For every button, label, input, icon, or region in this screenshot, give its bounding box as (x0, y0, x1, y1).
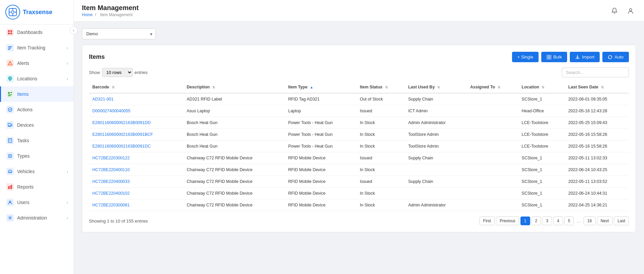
last-page-button[interactable]: Last (614, 217, 629, 225)
breadcrumb-sep: / (95, 12, 96, 17)
page-4-button[interactable]: 4 (553, 217, 563, 225)
breadcrumb-home[interactable]: Home (82, 12, 93, 17)
auto-button[interactable]: Auto (602, 52, 629, 62)
table-head: Barcode ⇅ Description ⇅ Item Type ▲ Item… (89, 81, 629, 93)
location-cell: SCStore_1 (518, 93, 565, 105)
search-input[interactable] (562, 68, 629, 77)
sidebar-item-label: Item Tracking (17, 45, 66, 50)
page-3-button[interactable]: 3 (542, 217, 552, 225)
description-cell: Bosch Heat Gun (183, 129, 285, 141)
page-5-button[interactable]: 5 (564, 217, 574, 225)
item-status-cell: Issued (357, 105, 405, 117)
sidebar-item-users[interactable]: Users › (0, 195, 74, 210)
barcode-cell[interactable]: AD321-001 (89, 93, 183, 105)
last-used-by-cell: Supply Chain (405, 176, 467, 188)
entries-label: entries (135, 70, 148, 75)
chevron-right-icon: › (66, 200, 68, 205)
sidebar-collapse-button[interactable]: ‹ (70, 26, 78, 34)
page-1-button[interactable]: 1 (520, 217, 530, 225)
sidebar-item-label: Locations (17, 76, 66, 81)
location-cell: LCE-Toolstore (518, 141, 565, 152)
pagination-ellipsis: … (575, 217, 582, 225)
description-cell: Asus Laptop (183, 105, 285, 117)
table-row: HC72BE220300122 Chainway C72 RFID Mobile… (89, 152, 629, 164)
col-last-seen[interactable]: Last Seen Date ⇅ (565, 81, 629, 93)
svg-rect-16 (8, 92, 10, 94)
barcode-cell[interactable]: E2801160600002163B0091BCF (89, 129, 183, 141)
location-cell: SCStore_1 (518, 199, 565, 211)
col-assigned-to[interactable]: Assigned To ⇅ (467, 81, 518, 93)
item-status-cell: In Stock (357, 141, 405, 152)
sidebar-item-reports[interactable]: Reports (0, 179, 74, 195)
org-dropdown-wrap: Demo Production Test (82, 28, 636, 39)
user-profile-icon[interactable] (625, 5, 636, 16)
item-status-cell: Issued (357, 152, 405, 164)
barcode-cell[interactable]: E2801160600002163B0091DC (89, 141, 183, 152)
sidebar-item-label: Administration (17, 215, 66, 221)
last-seen-cell: 2022-05-16 15:58:26 (565, 141, 629, 152)
rows-per-page-select[interactable]: 10 rows 25 rows 50 rows 100 rows (102, 68, 133, 77)
tracking-icon (6, 44, 14, 51)
sidebar-item-devices[interactable]: Devices (0, 117, 74, 133)
bulk-button[interactable]: Bulk (541, 52, 567, 62)
item-type-cell: RFID Mobile Device (285, 164, 356, 176)
assigned-to-cell (467, 199, 518, 211)
chevron-right-icon: › (66, 169, 68, 174)
col-item-type[interactable]: Item Type ▲ (285, 81, 356, 93)
previous-page-button[interactable]: Previous (496, 217, 519, 225)
col-item-status[interactable]: Item Status ⇅ (357, 81, 405, 93)
org-select[interactable]: Demo Production Test (82, 28, 156, 39)
barcode-cell[interactable]: HC72BE220400033 (89, 176, 183, 188)
sidebar-item-types[interactable]: Types (0, 148, 74, 164)
last-used-by-cell: Supply Chain (405, 152, 467, 164)
first-page-button[interactable]: First (479, 217, 495, 225)
barcode-cell[interactable]: HC72BE220300122 (89, 152, 183, 164)
svg-point-14 (10, 64, 10, 64)
table-controls: Show 10 rows 25 rows 50 rows 100 rows en… (89, 68, 629, 77)
action-buttons: + Single Bulk Import Auto (512, 52, 629, 62)
last-seen-cell: 2022-05-16 12:43:28 (565, 105, 629, 117)
table-row: E2801160600002163B0091DC Bosch Heat Gun … (89, 141, 629, 152)
barcode-cell[interactable]: HC72BE220300081 (89, 199, 183, 211)
notification-icon[interactable] (609, 5, 620, 16)
table-body: AD321-001 AD321 RFID Label RFID Tag AD32… (89, 93, 629, 211)
col-last-used-by[interactable]: Last Used By ⇅ (405, 81, 467, 93)
item-status-cell: In Stock (357, 117, 405, 129)
sidebar-item-items[interactable]: Items (0, 86, 74, 102)
card-header: Items + Single Bulk Import Auto (89, 52, 629, 62)
logo-text: Traxsense (23, 9, 52, 16)
next-page-button[interactable]: Next (597, 217, 613, 225)
page-2-button[interactable]: 2 (532, 217, 541, 225)
barcode-cell[interactable]: HC72BE220400110 (89, 164, 183, 176)
location-cell: SCStore_1 (518, 152, 565, 164)
single-button[interactable]: + Single (512, 52, 539, 62)
item-type-cell: RFID Mobile Device (285, 176, 356, 188)
items-table: Barcode ⇅ Description ⇅ Item Type ▲ Item… (89, 81, 629, 211)
item-status-cell: In Stock (357, 164, 405, 176)
sidebar-item-administration[interactable]: Administration › (0, 210, 74, 226)
pagination: First Previous 1 2 3 4 5 … 16 Next Last (479, 217, 629, 225)
col-location[interactable]: Location ⇅ (518, 81, 565, 93)
chevron-right-icon: › (66, 215, 68, 221)
barcode-cell[interactable]: HC72BE220400102 (89, 188, 183, 199)
bulk-button-label: Bulk (553, 54, 562, 60)
last-seen-cell: 2022-06-24 10:44:31 (565, 188, 629, 199)
breadcrumb-current: Item Management (100, 12, 133, 17)
sidebar-item-vehicles[interactable]: Vehicles › (0, 164, 74, 179)
col-barcode[interactable]: Barcode ⇅ (89, 81, 183, 93)
col-description[interactable]: Description ⇅ (183, 81, 285, 93)
sidebar-item-label: Users (17, 200, 66, 205)
barcode-cell[interactable]: E2801160600002163B0091DD (89, 117, 183, 129)
page-16-button[interactable]: 16 (584, 217, 595, 225)
svg-point-34 (9, 217, 11, 219)
sidebar-item-item-tracking[interactable]: Item Tracking › (0, 40, 74, 55)
sidebar-item-alerts[interactable]: Alerts › (0, 55, 74, 71)
sidebar-item-tasks[interactable]: Tasks (0, 133, 74, 148)
sidebar-item-dashboards[interactable]: Dashboards (0, 25, 74, 40)
sidebar-item-locations[interactable]: Locations › (0, 71, 74, 86)
chevron-right-icon: › (66, 61, 68, 66)
barcode-cell[interactable]: D000027400040055 (89, 105, 183, 117)
sidebar-item-actions[interactable]: Actions (0, 102, 74, 117)
import-button[interactable]: Import (570, 52, 600, 62)
svg-rect-10 (8, 46, 12, 47)
